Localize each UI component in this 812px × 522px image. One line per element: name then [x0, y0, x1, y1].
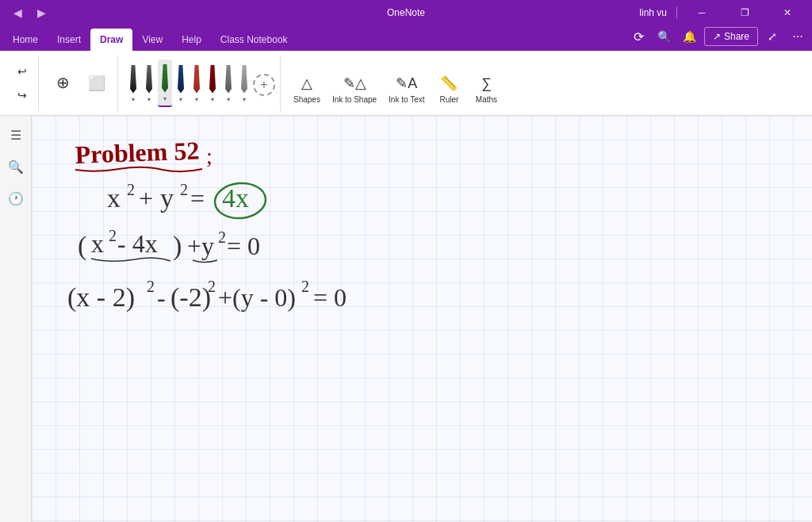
restore-button[interactable]: ❐ [726, 0, 763, 25]
handwritten-content: Problem 52 ; x 2 + y 2 = 4x ( x [32, 116, 812, 522]
tab-classnotebook[interactable]: Class Notebook [211, 29, 297, 51]
svg-text:= 0: = 0 [227, 232, 260, 260]
svg-text:;: ; [206, 144, 213, 168]
canvas-area[interactable]: Problem 52 ; x 2 + y 2 = 4x ( x [32, 116, 812, 522]
ink-to-shape-button[interactable]: ✎△ Ink to Shape [327, 59, 381, 107]
shapes-label: Shapes [293, 95, 320, 104]
svg-text:- 4x: - 4x [117, 229, 158, 258]
svg-text:+y: +y [187, 232, 214, 260]
lasso-icon: ⊕ [56, 73, 70, 92]
more-button[interactable]: ··· [787, 25, 809, 48]
eraser-icon: ⬜ [88, 75, 105, 92]
pen-green[interactable]: ▾ [158, 59, 172, 107]
svg-text:2: 2 [218, 228, 226, 246]
tab-help[interactable]: Help [172, 29, 211, 51]
tab-home[interactable]: Home [3, 29, 48, 51]
ink-to-text-button[interactable]: ✎A Ink to Text [384, 59, 429, 107]
svg-text:2: 2 [109, 227, 117, 244]
svg-text:2: 2 [127, 181, 135, 198]
shapes-icon: △ [301, 75, 312, 92]
lasso-button[interactable]: ⊕ [47, 59, 79, 107]
bell-button[interactable]: 🔔 [679, 25, 701, 48]
title-nav-buttons: ◀ ▶ [6, 2, 52, 24]
svg-text:2: 2 [147, 278, 155, 295]
divider [676, 6, 677, 19]
shapes-button[interactable]: △ Shapes [289, 59, 325, 107]
app-title: OneNote [387, 7, 425, 18]
ruler-label: Ruler [440, 95, 459, 104]
svg-text:Problem 52: Problem 52 [75, 136, 200, 169]
undo-redo-group: ↩ ↪ [6, 56, 39, 111]
pen-darkred[interactable]: ▾ [205, 60, 220, 106]
equation-2: ( x 2 - 4x ) +y 2 = 0 [78, 227, 260, 263]
ink-tools-group: △ Shapes ✎△ Ink to Shape ✎A Ink to Text … [284, 56, 508, 111]
svg-text:=: = [190, 184, 205, 213]
maths-button[interactable]: ∑ Maths [469, 59, 504, 107]
svg-text:(x - 2): (x - 2) [67, 282, 135, 313]
ink-to-text-icon: ✎A [396, 75, 417, 92]
nav-back-button[interactable]: ◀ [6, 2, 29, 24]
user-area: linh vu [639, 7, 667, 18]
maths-icon: ∑ [481, 75, 492, 92]
minimize-button[interactable]: ─ [684, 0, 720, 25]
svg-text:(: ( [78, 231, 86, 261]
pen-red[interactable]: ▾ [190, 60, 204, 106]
ruler-button[interactable]: 📏 Ruler [431, 59, 466, 107]
svg-text:+(y - 0): +(y - 0) [218, 283, 296, 312]
share-icon: ↗ [713, 31, 721, 42]
pen-dark[interactable]: ▾ [142, 60, 156, 106]
nav-forward-button[interactable]: ▶ [30, 2, 52, 24]
user-name: linh vu [639, 7, 667, 18]
sync-button[interactable]: ⟳ [628, 25, 650, 48]
svg-text:): ) [173, 231, 182, 261]
svg-text:2: 2 [301, 278, 309, 295]
share-button[interactable]: ↗ Share [704, 27, 758, 46]
sidebar: ☰ 🔍 🕐 [0, 116, 32, 522]
add-pen-button[interactable]: + [253, 74, 275, 96]
svg-text:-: - [157, 283, 166, 312]
share-label: Share [724, 31, 749, 42]
expand-button[interactable]: ⤢ [761, 25, 783, 48]
selection-tools-group: ⊕ ⬜ [42, 56, 118, 111]
svg-text:y: y [160, 183, 174, 213]
pen-gray[interactable]: ▾ [221, 60, 236, 106]
svg-text:+: + [139, 184, 153, 213]
svg-text:2: 2 [180, 181, 188, 198]
redo-button[interactable]: ↪ [11, 84, 33, 106]
undo-button[interactable]: ↩ [11, 60, 33, 83]
ribbon-tabs: Home Insert Draw View Help Class Noteboo… [0, 25, 812, 51]
pen-black[interactable]: ▾ [126, 60, 140, 106]
svg-text:x: x [106, 183, 121, 213]
search-button[interactable]: 🔍 [653, 25, 676, 48]
problem-heading: Problem 52 ; [75, 136, 213, 172]
search-sidebar-icon[interactable]: 🔍 [3, 154, 29, 179]
ink-to-shape-label: Ink to Shape [332, 95, 377, 104]
pages-icon[interactable]: ☰ [3, 122, 29, 148]
eraser-button[interactable]: ⬜ [81, 59, 113, 107]
equation-3: (x - 2) 2 - (-2) 2 +(y - 0) 2 = 0 [67, 278, 347, 313]
pen-silver[interactable]: ▾ [237, 60, 251, 106]
pen-darkblue[interactable]: ▾ [174, 60, 188, 106]
maths-label: Maths [476, 95, 497, 104]
ruler-icon: 📏 [440, 75, 458, 92]
svg-text:x: x [91, 229, 104, 258]
equation-1: x 2 + y 2 = 4x [106, 181, 266, 221]
ink-to-text-label: Ink to Text [389, 95, 424, 104]
tab-draw[interactable]: Draw [90, 29, 132, 51]
titlebar: ◀ ▶ OneNote linh vu ─ ❐ ✕ [0, 0, 812, 25]
svg-text:2: 2 [208, 278, 216, 295]
close-button[interactable]: ✕ [769, 0, 806, 25]
tab-view[interactable]: View [132, 29, 172, 51]
pen-tools-group: ▾ ▾ ▾ ▾ ▾ ▾ ▾ [121, 56, 281, 111]
svg-text:(-2): (-2) [170, 282, 211, 313]
svg-text:= 0: = 0 [313, 283, 347, 312]
recent-icon[interactable]: 🕐 [3, 186, 29, 211]
ribbon: ↩ ↪ ⊕ ⬜ ▾ ▾ ▾ ▾ [0, 51, 812, 116]
tab-insert[interactable]: Insert [48, 29, 90, 51]
ink-to-shape-icon: ✎△ [343, 75, 366, 92]
